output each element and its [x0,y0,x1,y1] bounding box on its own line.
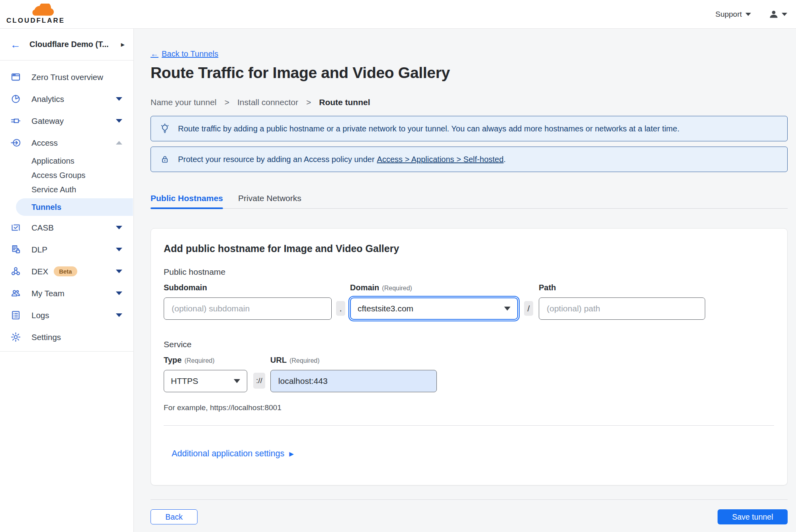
casb-icon [10,222,21,233]
window-icon [10,72,21,82]
gear-icon [10,332,21,342]
footer-actions: Back Save tunnel [151,509,788,524]
step-route-tunnel: Route tunnel [319,98,370,107]
sidebar-item-settings[interactable]: Settings [0,326,133,348]
type-selected-value: HTTPS [171,376,198,386]
page-title: Route Traffic for Image and Video Galler… [151,64,788,82]
sidebar-item-tunnels[interactable]: Tunnels [16,198,133,216]
additional-application-settings-toggle[interactable]: Additional application settings ▶ [172,449,294,459]
sidebar-item-access[interactable]: Access [0,132,133,154]
access-subnav: Applications Access Groups Service Auth … [0,154,133,216]
protocol-separator: :// [253,373,265,389]
main-content: ← Back to Tunnels Route Traffic for Imag… [134,29,796,532]
cloudflare-logo[interactable]: CLOUDFLARE [6,4,65,25]
sidebar-item-service-auth[interactable]: Service Auth [0,182,133,197]
logs-icon [10,310,21,321]
back-arrow-icon: ← [151,49,158,59]
footer-divider [151,499,788,500]
lightbulb-icon [160,123,170,134]
sidebar-item-access-groups[interactable]: Access Groups [0,168,133,182]
sidebar-nav: Zero Trust overview Analytics Gateway [0,61,133,352]
user-menu[interactable] [769,9,787,20]
breadcrumb-separator: > [306,98,311,107]
sidebar-item-applications[interactable]: Applications [0,154,133,168]
account-name: Cloudflare Demo (T... [29,40,121,49]
access-applications-self-hosted-link[interactable]: Access > Applications > Self-hosted [377,155,504,164]
breadcrumb-separator: > [225,98,229,107]
sidebar-item-casb[interactable]: CASB [0,217,133,239]
back-button[interactable]: Back [151,509,198,524]
sidebar-item-dlp[interactable]: DLP [0,239,133,260]
subdomain-label: Subdomain [164,283,332,292]
domain-label: Domain [350,283,379,292]
person-icon [769,9,779,20]
type-label: Type [164,356,182,364]
url-example-hint: For example, https://localhost:8001 [164,403,774,412]
chevron-down-icon [116,97,122,101]
domain-selected-value: cftestsite3.com [358,304,413,313]
sidebar-divider [0,351,133,352]
lock-icon [160,154,170,164]
hostname-field-row: Subdomain . Domain(Required) cftestsite3… [164,283,774,320]
support-label: Support [715,10,742,19]
domain-select[interactable]: cftestsite3.com [350,297,518,320]
gateway-icon [10,115,21,126]
access-icon [10,137,21,148]
card-title: Add public hostname for Image and Video … [164,243,774,254]
required-label: (Required) [184,357,215,364]
cloudflare-wordmark: CLOUDFLARE [6,17,65,25]
caret-right-icon: ▶ [289,451,294,457]
tab-private-networks[interactable]: Private Networks [238,194,301,208]
required-label: (Required) [289,357,320,364]
tab-bar: Public Hostnames Private Networks [151,194,788,209]
top-header: CLOUDFLARE Support [0,0,796,29]
banner-text: Route traffic by adding a public hostnam… [178,124,679,133]
sidebar-item-gateway[interactable]: Gateway [0,110,133,132]
chevron-right-icon: ▶ [121,42,125,47]
card-divider [164,425,774,426]
chevron-down-icon [116,248,122,251]
required-label: (Required) [382,285,412,291]
save-tunnel-button[interactable]: Save tunnel [718,509,788,524]
info-banner-access-policy: Protect your resource by adding an Acces… [151,147,788,172]
breadcrumb: Name your tunnel > Install connector > R… [151,98,788,107]
public-hostname-section-label: Public hostname [164,267,774,277]
sidebar-item-logs[interactable]: Logs [0,304,133,326]
support-menu[interactable]: Support [715,10,751,19]
sidebar-item-dex[interactable]: DEX Beta [0,260,133,282]
chevron-down-icon [116,119,122,123]
chevron-down-icon [782,13,787,16]
chevron-down-icon [116,291,122,295]
beta-badge: Beta [54,266,77,276]
service-field-row: Type(Required) HTTPS :// URL(Required) [164,356,774,392]
back-to-tunnels-link[interactable]: ← Back to Tunnels [151,49,218,59]
caret-down-icon [234,379,240,383]
service-type-select[interactable]: HTTPS [164,370,247,392]
pie-chart-icon [10,94,21,104]
url-input[interactable] [270,370,437,392]
step-name-your-tunnel: Name your tunnel [151,98,217,107]
sidebar-item-my-team[interactable]: My Team [0,282,133,304]
step-install-connector: Install connector [237,98,298,107]
subdomain-input[interactable] [164,297,332,320]
network-nodes-icon [10,266,21,277]
sidebar-item-analytics[interactable]: Analytics [0,88,133,110]
url-label: URL [270,356,287,364]
sidebar-item-zero-trust-overview[interactable]: Zero Trust overview [0,66,133,88]
sidebar: ← Cloudflare Demo (T... ▶ Zero Trust ove… [0,29,134,532]
account-switcher[interactable]: ← Cloudflare Demo (T... ▶ [0,29,133,61]
banner-text-suffix: . [504,155,506,164]
chevron-down-icon [116,313,122,317]
banner-text: Protect your resource by adding an Acces… [178,155,375,164]
chevron-down-icon [116,226,122,229]
dex-label: DEX [31,267,48,276]
chevron-up-icon [116,141,122,145]
document-lock-icon [10,244,21,255]
path-input[interactable] [539,297,705,320]
slash-separator: / [524,301,533,316]
caret-down-icon [504,307,510,311]
chevron-down-icon [745,13,751,16]
back-arrow-icon: ← [10,39,21,50]
tab-public-hostnames[interactable]: Public Hostnames [151,194,223,208]
path-label: Path [539,283,705,292]
